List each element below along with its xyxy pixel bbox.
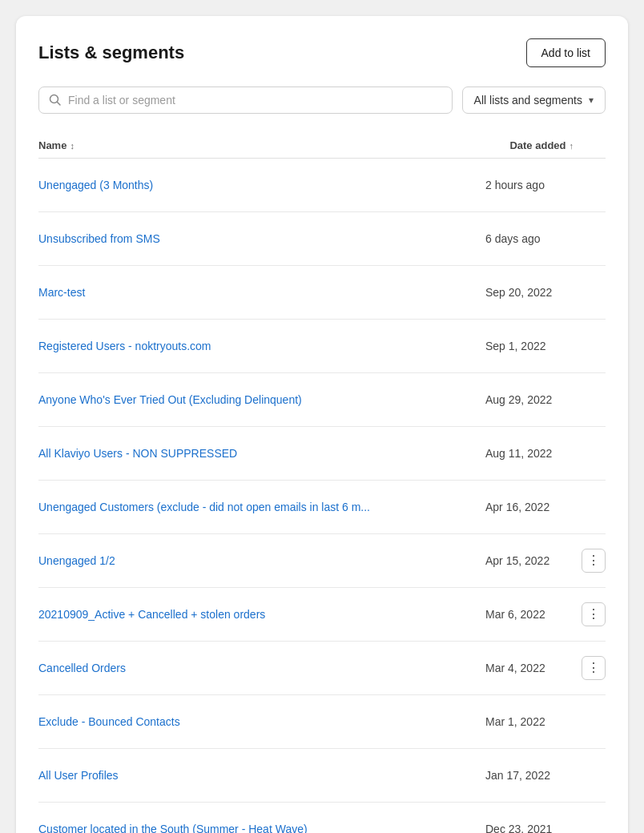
table-row: Registered Users - noktryouts.comSep 1, … <box>38 320 606 373</box>
table-row: Anyone Who's Ever Tried Out (Excluding D… <box>38 373 606 427</box>
row-name-link[interactable]: All Klaviyo Users - NON SUPPRESSED <box>38 447 485 460</box>
row-name-link[interactable]: Unengaged (3 Months) <box>38 179 485 191</box>
row-date: 6 days ago <box>485 232 574 245</box>
row-name-link[interactable]: Marc-test <box>38 286 485 299</box>
table-row: Customer located in the South (Summer - … <box>38 803 606 833</box>
search-wrapper <box>38 87 453 114</box>
date-sort-icon: ↑ <box>570 141 574 151</box>
row-right: Sep 1, 2022 <box>485 334 606 358</box>
row-name-link[interactable]: Unsubscribed from SMS <box>38 232 485 245</box>
toolbar: All lists and segments ▾ <box>38 87 606 114</box>
row-right: Mar 6, 2022⋮ <box>485 602 606 626</box>
more-btn-placeholder <box>582 763 606 787</box>
row-date: Sep 20, 2022 <box>485 286 574 299</box>
table-row: 20210909_Active + Cancelled + stolen ord… <box>38 588 606 642</box>
row-date: Mar 6, 2022 <box>485 608 574 621</box>
row-name-link[interactable]: Anyone Who's Ever Tried Out (Excluding D… <box>38 393 485 406</box>
row-date: Jan 17, 2022 <box>485 769 574 782</box>
row-name-link[interactable]: Unengaged Customers (exclude - did not o… <box>38 501 485 513</box>
table-header: Name ↕ Date added ↑ <box>38 133 606 159</box>
table-row: Cancelled OrdersMar 4, 2022⋮ <box>38 642 606 695</box>
more-options-button[interactable]: ⋮ <box>582 656 606 680</box>
table-row: All User ProfilesJan 17, 2022 <box>38 749 606 803</box>
row-date: Aug 29, 2022 <box>485 393 574 406</box>
row-date: Mar 4, 2022 <box>485 662 574 674</box>
date-column-header[interactable]: Date added ↑ <box>509 139 574 151</box>
row-name-link[interactable]: All User Profiles <box>38 769 485 782</box>
more-options-button[interactable]: ⋮ <box>582 549 606 573</box>
row-right: Aug 11, 2022 <box>485 441 606 465</box>
row-right: 6 days ago <box>485 227 606 251</box>
page-header: Lists & segments Add to list <box>38 38 606 67</box>
more-btn-placeholder <box>582 227 606 251</box>
search-input[interactable] <box>68 94 442 107</box>
more-options-button[interactable]: ⋮ <box>582 602 606 626</box>
table-row: Unengaged (3 Months)2 hours ago <box>38 159 606 212</box>
table-row: Unengaged 1/2Apr 15, 2022⋮ <box>38 534 606 588</box>
svg-line-1 <box>58 103 61 106</box>
row-date: Apr 15, 2022 <box>485 554 574 567</box>
row-name-link[interactable]: Cancelled Orders <box>38 662 485 674</box>
more-btn-placeholder <box>582 495 606 519</box>
search-icon <box>49 94 62 107</box>
row-right: Sep 20, 2022 <box>485 280 606 304</box>
row-date: Apr 16, 2022 <box>485 501 574 513</box>
table-row: All Klaviyo Users - NON SUPPRESSEDAug 11… <box>38 427 606 481</box>
row-right: Aug 29, 2022 <box>485 388 606 412</box>
row-right: 2 hours ago <box>485 173 606 197</box>
row-right: Apr 15, 2022⋮ <box>485 549 606 573</box>
more-btn-placeholder <box>582 441 606 465</box>
main-card: Lists & segments Add to list All lists a… <box>16 16 628 833</box>
row-date: 2 hours ago <box>485 179 574 191</box>
table-row: Unengaged Customers (exclude - did not o… <box>38 481 606 534</box>
page-title: Lists & segments <box>38 42 184 63</box>
row-right: Mar 1, 2022 <box>485 710 606 734</box>
table-row: Exclude - Bounced ContactsMar 1, 2022 <box>38 695 606 749</box>
row-date: Sep 1, 2022 <box>485 340 574 352</box>
row-name-link[interactable]: Unengaged 1/2 <box>38 554 485 567</box>
more-btn-placeholder <box>582 280 606 304</box>
table-row: Marc-testSep 20, 2022 <box>38 266 606 320</box>
row-right: Mar 4, 2022⋮ <box>485 656 606 680</box>
more-btn-placeholder <box>582 710 606 734</box>
row-name-link[interactable]: 20210909_Active + Cancelled + stolen ord… <box>38 608 485 621</box>
more-btn-placeholder <box>582 817 606 833</box>
row-name-link[interactable]: Customer located in the South (Summer - … <box>38 823 485 833</box>
row-name-link[interactable]: Exclude - Bounced Contacts <box>38 715 485 728</box>
row-right: Dec 23, 2021 <box>485 817 606 833</box>
row-date: Aug 11, 2022 <box>485 447 574 460</box>
row-right: Jan 17, 2022 <box>485 763 606 787</box>
row-date: Dec 23, 2021 <box>485 823 574 833</box>
row-name-link[interactable]: Registered Users - noktryouts.com <box>38 340 485 352</box>
dropdown-label: All lists and segments <box>474 94 582 107</box>
name-sort-icon: ↕ <box>70 141 74 151</box>
chevron-down-icon: ▾ <box>589 95 594 106</box>
more-btn-placeholder <box>582 388 606 412</box>
row-date: Mar 1, 2022 <box>485 715 574 728</box>
row-right: Apr 16, 2022 <box>485 495 606 519</box>
table-body: Unengaged (3 Months)2 hours agoUnsubscri… <box>38 159 606 833</box>
add-to-list-button[interactable]: Add to list <box>526 38 606 67</box>
more-btn-placeholder <box>582 173 606 197</box>
more-btn-placeholder <box>582 334 606 358</box>
name-column-header[interactable]: Name ↕ <box>38 139 74 151</box>
table-row: Unsubscribed from SMS6 days ago <box>38 212 606 266</box>
filter-dropdown[interactable]: All lists and segments ▾ <box>462 87 606 114</box>
